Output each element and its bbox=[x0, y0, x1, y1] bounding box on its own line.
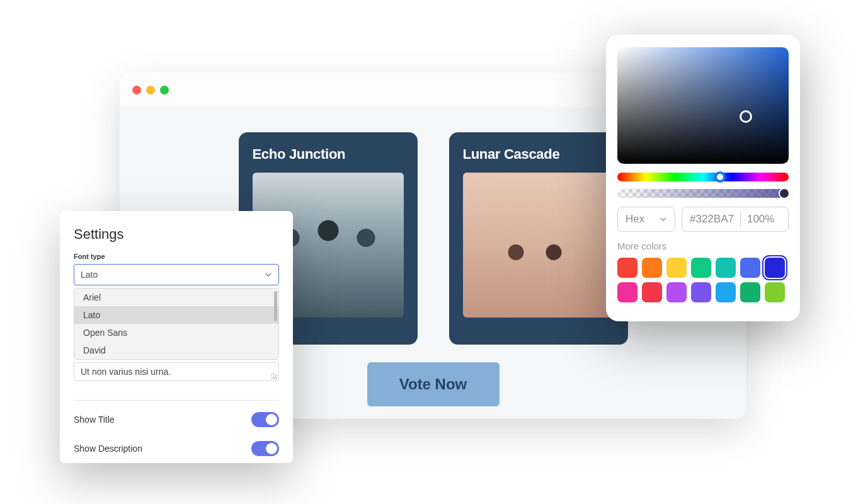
swatch-grid bbox=[617, 258, 789, 302]
color-swatch[interactable] bbox=[642, 258, 662, 278]
toggle-row: Show Description bbox=[74, 441, 279, 456]
font-option[interactable]: Open Sans bbox=[74, 324, 278, 341]
description-textarea[interactable]: Ut non varius nisi urna. bbox=[74, 362, 279, 381]
window-maximize-icon[interactable] bbox=[160, 86, 169, 94]
vote-card: Lunar Cascade bbox=[449, 132, 628, 345]
alpha-slider-thumb[interactable] bbox=[779, 188, 790, 199]
color-swatch[interactable] bbox=[691, 258, 711, 278]
color-hex-input[interactable]: #322BA7 100% bbox=[682, 207, 789, 232]
settings-panel: Settings Font type Lato Ariel Lato Open … bbox=[60, 211, 293, 463]
show-description-label: Show Description bbox=[74, 444, 142, 454]
vote-cards-row: Echo Junction Lunar Cascade bbox=[239, 132, 628, 345]
alpha-slider[interactable] bbox=[617, 189, 789, 198]
color-picker-panel: Hex #322BA7 100% More colors bbox=[606, 35, 800, 321]
color-swatch[interactable] bbox=[691, 282, 711, 302]
show-title-label: Show Title bbox=[74, 415, 115, 425]
color-field-cursor[interactable] bbox=[740, 110, 752, 123]
resize-grip-icon[interactable] bbox=[271, 373, 277, 379]
font-type-selected-value: Lato bbox=[81, 270, 98, 280]
font-type-dropdown: Ariel Lato Open Sans David bbox=[74, 288, 279, 360]
toggle-row: Show Title bbox=[74, 412, 279, 427]
show-description-toggle[interactable] bbox=[251, 441, 279, 456]
hue-slider[interactable] bbox=[617, 173, 789, 181]
color-swatch[interactable] bbox=[765, 258, 785, 278]
color-swatch[interactable] bbox=[617, 282, 637, 302]
chevron-down-icon bbox=[265, 271, 272, 278]
color-swatch[interactable] bbox=[716, 258, 736, 278]
settings-title: Settings bbox=[74, 226, 279, 243]
color-inputs-row: Hex #322BA7 100% bbox=[617, 207, 789, 232]
window-minimize-icon[interactable] bbox=[146, 86, 155, 94]
hue-slider-thumb[interactable] bbox=[714, 171, 726, 183]
divider bbox=[740, 212, 741, 226]
font-type-select[interactable]: Lato bbox=[74, 264, 279, 285]
color-saturation-field[interactable] bbox=[617, 47, 789, 164]
color-swatch[interactable] bbox=[765, 282, 785, 302]
divider bbox=[74, 400, 279, 401]
chevron-down-icon bbox=[660, 215, 667, 223]
description-value: Ut non varius nisi urna. bbox=[81, 367, 171, 377]
font-type-label: Font type bbox=[74, 253, 279, 260]
font-option[interactable]: Ariel bbox=[74, 289, 278, 306]
color-swatch[interactable] bbox=[666, 258, 687, 278]
color-swatch[interactable] bbox=[666, 282, 687, 302]
scrollbar[interactable] bbox=[274, 291, 277, 321]
color-swatch[interactable] bbox=[642, 282, 662, 302]
vote-now-button[interactable]: Vote Now bbox=[367, 362, 500, 406]
color-format-value: Hex bbox=[626, 213, 644, 226]
more-colors-label: More colors bbox=[617, 241, 789, 251]
color-swatch[interactable] bbox=[716, 282, 736, 302]
color-opacity-value: 100% bbox=[747, 213, 774, 226]
vote-card-title: Echo Junction bbox=[253, 146, 404, 163]
vote-card-image bbox=[463, 173, 614, 318]
color-swatch[interactable] bbox=[617, 258, 637, 278]
vote-card-title: Lunar Cascade bbox=[463, 146, 614, 163]
color-swatch[interactable] bbox=[740, 282, 760, 302]
color-hex-value: #322BA7 bbox=[690, 213, 734, 226]
color-swatch[interactable] bbox=[740, 258, 760, 278]
font-option[interactable]: David bbox=[74, 341, 278, 359]
window-close-icon[interactable] bbox=[132, 86, 141, 94]
color-format-select[interactable]: Hex bbox=[617, 207, 675, 232]
font-option[interactable]: Lato bbox=[74, 306, 278, 324]
show-title-toggle[interactable] bbox=[251, 412, 279, 427]
